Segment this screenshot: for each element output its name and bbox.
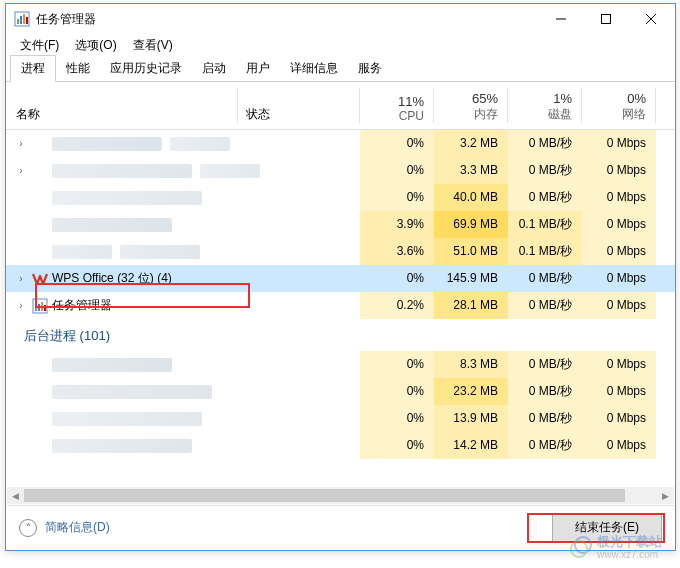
col-memory[interactable]: 65%内存 — [434, 82, 508, 129]
menu-file[interactable]: 文件(F) — [12, 35, 67, 56]
menu-options[interactable]: 选项(O) — [67, 35, 124, 56]
expand-icon[interactable]: › — [14, 165, 28, 176]
column-headers: 名称 状态 11%CPU 65%内存 1%磁盘 0%网络 — [6, 82, 675, 130]
cpu-value: 0% — [360, 265, 434, 292]
network-value: 0 Mbps — [582, 238, 656, 265]
memory-value: 40.0 MB — [434, 184, 508, 211]
process-name: 任务管理器 — [52, 297, 112, 314]
titlebar: 任务管理器 — [6, 4, 675, 34]
end-task-button[interactable]: 结束任务(E) — [552, 513, 662, 542]
disk-value: 0 MB/秒 — [508, 130, 582, 157]
chevron-up-icon: ˄ — [19, 519, 37, 537]
network-value: 0 Mbps — [582, 211, 656, 238]
cpu-value: 0% — [360, 157, 434, 184]
disk-value: 0 MB/秒 — [508, 292, 582, 319]
table-row[interactable]: › 0% 14.2 MB 0 MB/秒 0 Mbps — [6, 432, 675, 459]
memory-value: 145.9 MB — [434, 265, 508, 292]
table-row[interactable]: › 3.9% 69.9 MB 0.1 MB/秒 0 Mbps — [6, 211, 675, 238]
app-icon — [14, 11, 30, 27]
close-button[interactable] — [628, 5, 673, 34]
scroll-right-icon[interactable]: ▶ — [657, 487, 674, 504]
col-disk[interactable]: 1%磁盘 — [508, 82, 582, 129]
svg-rect-11 — [38, 304, 40, 311]
network-value: 0 Mbps — [582, 184, 656, 211]
table-row[interactable]: › 0% 23.2 MB 0 MB/秒 0 Mbps — [6, 378, 675, 405]
col-network[interactable]: 0%网络 — [582, 82, 656, 129]
memory-value: 28.1 MB — [434, 292, 508, 319]
svg-rect-2 — [20, 16, 22, 24]
disk-value: 0 MB/秒 — [508, 157, 582, 184]
network-value: 0 Mbps — [582, 157, 656, 184]
disk-value: 0 MB/秒 — [508, 184, 582, 211]
svg-rect-10 — [35, 307, 37, 311]
table-row[interactable]: › 任务管理器 0.2% 28.1 MB 0 MB/秒 0 Mbps — [6, 292, 675, 319]
task-manager-window: 任务管理器 文件(F) 选项(O) 查看(V) 进程 性能 应用历史记录 启动 … — [5, 3, 676, 551]
footer: ˄ 简略信息(D) 结束任务(E) — [7, 505, 674, 549]
brief-info-link[interactable]: ˄ 简略信息(D) — [19, 519, 110, 537]
tab-details[interactable]: 详细信息 — [280, 56, 348, 81]
scroll-left-icon[interactable]: ◀ — [7, 487, 24, 504]
cpu-value: 0.2% — [360, 292, 434, 319]
tab-startup[interactable]: 启动 — [192, 56, 236, 81]
scroll-thumb[interactable] — [24, 489, 625, 502]
table-row[interactable]: › 0% 13.9 MB 0 MB/秒 0 Mbps — [6, 405, 675, 432]
col-cpu[interactable]: 11%CPU — [360, 82, 434, 129]
task-manager-icon — [32, 298, 48, 314]
svg-rect-1 — [17, 19, 19, 24]
expand-icon[interactable]: › — [14, 273, 28, 284]
expand-icon[interactable]: › — [14, 300, 28, 311]
cpu-value: 0% — [360, 184, 434, 211]
disk-value: 0.1 MB/秒 — [508, 211, 582, 238]
memory-value: 3.3 MB — [434, 157, 508, 184]
tab-processes[interactable]: 进程 — [10, 55, 56, 82]
svg-rect-13 — [44, 305, 46, 311]
cpu-value: 3.9% — [360, 211, 434, 238]
table-row[interactable]: › 0% 8.3 MB 0 MB/秒 0 Mbps — [6, 351, 675, 378]
tab-services[interactable]: 服务 — [348, 56, 392, 81]
memory-value: 51.0 MB — [434, 238, 508, 265]
process-name: WPS Office (32 位) (4) — [52, 270, 172, 287]
svg-rect-3 — [23, 14, 25, 24]
horizontal-scrollbar[interactable]: ◀ ▶ — [7, 487, 674, 504]
table-row[interactable]: › 3.6% 51.0 MB 0.1 MB/秒 0 Mbps — [6, 238, 675, 265]
memory-value: 3.2 MB — [434, 130, 508, 157]
disk-value: 0 MB/秒 — [508, 265, 582, 292]
expand-icon[interactable]: › — [14, 138, 28, 149]
network-value: 0 Mbps — [582, 265, 656, 292]
disk-value: 0.1 MB/秒 — [508, 238, 582, 265]
table-row[interactable]: › 0% 40.0 MB 0 MB/秒 0 Mbps — [6, 184, 675, 211]
col-status[interactable]: 状态 — [238, 82, 360, 129]
svg-rect-12 — [41, 302, 43, 311]
process-list: › 0% 3.2 MB 0 MB/秒 0 Mbps › 0% 3.3 MB 0 … — [6, 130, 675, 488]
table-row[interactable]: › 0% 3.3 MB 0 MB/秒 0 Mbps — [6, 157, 675, 184]
menu-view[interactable]: 查看(V) — [125, 35, 181, 56]
network-value: 0 Mbps — [582, 292, 656, 319]
window-title: 任务管理器 — [36, 11, 538, 28]
col-name[interactable]: 名称 — [6, 82, 238, 129]
tab-users[interactable]: 用户 — [236, 56, 280, 81]
menubar: 文件(F) 选项(O) 查看(V) — [6, 34, 675, 56]
tab-app-history[interactable]: 应用历史记录 — [100, 56, 192, 81]
table-row-selected[interactable]: › WPS Office (32 位) (4) 0% 145.9 MB 0 MB… — [6, 265, 675, 292]
minimize-button[interactable] — [538, 5, 583, 34]
tabbar: 进程 性能 应用历史记录 启动 用户 详细信息 服务 — [6, 56, 675, 82]
tab-performance[interactable]: 性能 — [56, 56, 100, 81]
cpu-value: 3.6% — [360, 238, 434, 265]
cpu-value: 0% — [360, 130, 434, 157]
wps-icon — [32, 271, 48, 287]
svg-rect-6 — [601, 15, 610, 24]
maximize-button[interactable] — [583, 5, 628, 34]
memory-value: 69.9 MB — [434, 211, 508, 238]
section-background-processes: 后台进程 (101) — [6, 319, 675, 351]
network-value: 0 Mbps — [582, 130, 656, 157]
svg-rect-4 — [26, 17, 28, 24]
table-row[interactable]: › 0% 3.2 MB 0 MB/秒 0 Mbps — [6, 130, 675, 157]
